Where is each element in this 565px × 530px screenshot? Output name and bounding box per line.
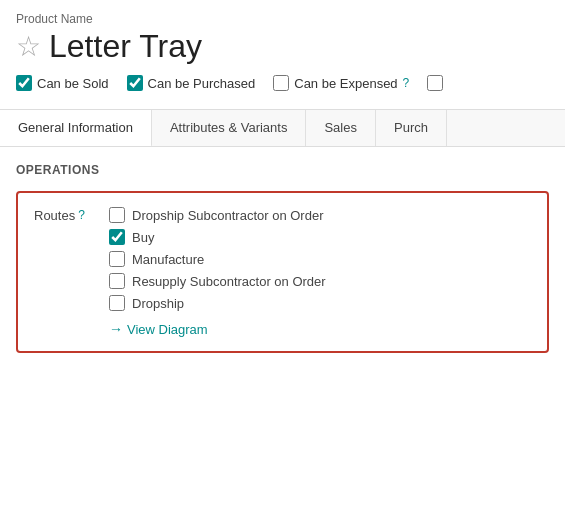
route-resupply-subcontractor[interactable]: Resupply Subcontractor on Order <box>109 273 326 289</box>
routes-help-icon[interactable]: ? <box>78 208 85 222</box>
routes-list: Dropship Subcontractor on Order Buy Manu… <box>109 207 326 337</box>
route-buy-label: Buy <box>132 230 154 245</box>
route-manufacture-label: Manufacture <box>132 252 204 267</box>
can-be-purchased-checkbox[interactable]: Can be Purchased <box>127 75 256 91</box>
route-dropship-input[interactable] <box>109 295 125 311</box>
route-dropship-subcontractor-label: Dropship Subcontractor on Order <box>132 208 323 223</box>
can-be-expensed-help-icon[interactable]: ? <box>403 76 410 90</box>
route-dropship-subcontractor[interactable]: Dropship Subcontractor on Order <box>109 207 326 223</box>
can-be-sold-label: Can be Sold <box>37 76 109 91</box>
tabs-bar: General Information Attributes & Variant… <box>0 109 565 147</box>
extra-checkbox[interactable] <box>427 75 443 91</box>
can-be-expensed-label: Can be Expensed <box>294 76 397 91</box>
route-dropship-subcontractor-input[interactable] <box>109 207 125 223</box>
can-be-sold-input[interactable] <box>16 75 32 91</box>
product-title: Letter Tray <box>49 28 202 65</box>
can-be-purchased-label: Can be Purchased <box>148 76 256 91</box>
route-buy[interactable]: Buy <box>109 229 326 245</box>
view-diagram-label: View Diagram <box>127 322 208 337</box>
route-resupply-subcontractor-label: Resupply Subcontractor on Order <box>132 274 326 289</box>
route-dropship[interactable]: Dropship <box>109 295 326 311</box>
operations-box: Routes ? Dropship Subcontractor on Order… <box>16 191 549 353</box>
routes-label: Routes ? <box>34 207 89 337</box>
can-be-expensed-checkbox[interactable]: Can be Expensed ? <box>273 75 409 91</box>
favorite-star-icon[interactable]: ☆ <box>16 33 41 61</box>
tab-sales[interactable]: Sales <box>306 110 376 146</box>
route-manufacture-input[interactable] <box>109 251 125 267</box>
arrow-right-icon: → <box>109 321 123 337</box>
operations-section-title: OPERATIONS <box>16 163 549 177</box>
route-dropship-label: Dropship <box>132 296 184 311</box>
route-resupply-subcontractor-input[interactable] <box>109 273 125 289</box>
view-diagram-link[interactable]: → View Diagram <box>109 321 326 337</box>
can-be-sold-checkbox[interactable]: Can be Sold <box>16 75 109 91</box>
product-name-label: Product Name <box>16 12 549 26</box>
route-manufacture[interactable]: Manufacture <box>109 251 326 267</box>
can-be-purchased-input[interactable] <box>127 75 143 91</box>
tab-attributes-variants[interactable]: Attributes & Variants <box>152 110 307 146</box>
tab-purchase[interactable]: Purch <box>376 110 447 146</box>
route-buy-input[interactable] <box>109 229 125 245</box>
tab-general-information[interactable]: General Information <box>0 110 152 147</box>
can-be-expensed-input[interactable] <box>273 75 289 91</box>
